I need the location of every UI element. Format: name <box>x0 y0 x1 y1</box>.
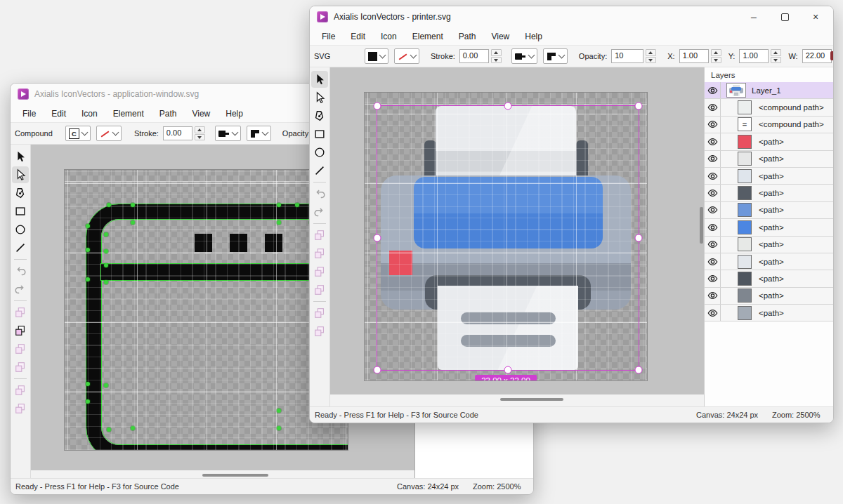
line-tool-icon[interactable] <box>311 162 328 179</box>
horizontal-scrollbar[interactable] <box>330 394 704 406</box>
path-node-handle[interactable] <box>104 263 108 267</box>
spin-down-icon[interactable] <box>771 57 781 64</box>
visibility-eye-icon[interactable] <box>705 223 720 232</box>
rectangle-tool-icon[interactable] <box>311 126 328 142</box>
path-node-handle[interactable] <box>86 277 90 281</box>
compound-op-3-icon[interactable] <box>12 340 29 357</box>
w-spinner[interactable]: 22.00 <box>802 49 834 63</box>
selection-handle[interactable] <box>504 366 512 374</box>
fill-color-dropdown[interactable] <box>365 48 388 64</box>
horizontal-scrollbar[interactable] <box>31 470 414 478</box>
visibility-eye-icon[interactable] <box>705 172 720 180</box>
path-node-handle[interactable] <box>277 203 281 207</box>
pen-tool-icon[interactable] <box>311 107 328 124</box>
layer-row[interactable]: <path> <box>705 270 833 287</box>
menu-item-icon[interactable]: Icon <box>74 107 105 121</box>
selection-tool-icon[interactable] <box>311 71 328 88</box>
path-node-handle[interactable] <box>131 203 135 207</box>
x-spinner[interactable]: 1.00 <box>679 49 721 63</box>
spin-up-icon[interactable] <box>195 126 205 133</box>
layer-row[interactable]: =<compound path> <box>705 117 833 133</box>
visibility-eye-icon[interactable] <box>705 120 720 128</box>
path-node-handle[interactable] <box>277 426 281 430</box>
compound-op-2-icon[interactable] <box>12 322 29 339</box>
visibility-eye-icon[interactable] <box>705 138 720 146</box>
path-node-handle[interactable] <box>104 383 108 387</box>
layer-row[interactable]: <path> <box>705 168 833 185</box>
selection-handle[interactable] <box>374 366 381 374</box>
spin-down-icon[interactable] <box>711 57 721 64</box>
compound-op-3-icon[interactable] <box>311 263 328 280</box>
menu-item-edit[interactable]: Edit <box>44 107 74 121</box>
visibility-eye-icon[interactable] <box>705 206 720 214</box>
layer-row[interactable]: <path> <box>705 237 833 253</box>
visibility-eye-icon[interactable] <box>705 86 720 95</box>
maximize-button[interactable] <box>774 9 795 25</box>
compound-op-1-icon[interactable] <box>12 304 29 321</box>
menu-item-path[interactable]: Path <box>152 107 185 121</box>
opacity-spinner[interactable]: 10 <box>611 49 656 63</box>
y-spinner[interactable]: 1.00 <box>739 49 781 63</box>
spin-down-icon[interactable] <box>491 57 502 64</box>
line-cap-dropdown[interactable] <box>215 126 241 141</box>
layer-row[interactable]: <path> <box>705 202 833 219</box>
menu-item-icon[interactable]: Icon <box>373 29 405 44</box>
corner-join-dropdown[interactable] <box>247 126 271 141</box>
direct-selection-tool-icon[interactable] <box>12 166 29 183</box>
compound-op-4-icon[interactable] <box>12 359 29 376</box>
visibility-eye-icon[interactable] <box>705 189 720 197</box>
app-window-icon-button1[interactable] <box>195 234 212 252</box>
app-window-icon-button3[interactable] <box>265 234 282 252</box>
icon-canvas[interactable] <box>64 169 348 451</box>
selection-rectangle[interactable] <box>377 105 639 371</box>
spin-up-icon[interactable] <box>711 49 721 56</box>
stroke-color-dropdown[interactable] <box>394 48 419 64</box>
layer-row[interactable]: <path> <box>705 185 833 201</box>
visibility-eye-icon[interactable] <box>705 154 720 163</box>
spin-up-icon[interactable] <box>491 49 502 56</box>
redo-icon[interactable] <box>311 204 328 220</box>
line-tool-icon[interactable] <box>12 239 29 256</box>
scrollbar-thumb[interactable] <box>202 474 268 477</box>
selection-handle[interactable] <box>504 102 512 110</box>
selection-handle[interactable] <box>374 234 381 242</box>
compound-type-dropdown[interactable]: C <box>65 126 91 141</box>
path-node-handle[interactable] <box>277 409 281 413</box>
spin-down-icon[interactable] <box>195 134 205 141</box>
layer-row[interactable]: <path> <box>705 305 833 321</box>
layer-row[interactable]: <path> <box>705 253 833 270</box>
compound-op-4-icon[interactable] <box>311 281 328 298</box>
visibility-eye-icon[interactable] <box>705 103 720 112</box>
selection-handle[interactable] <box>374 102 381 110</box>
path-node-handle[interactable] <box>104 249 108 253</box>
visibility-eye-icon[interactable] <box>705 309 720 317</box>
layer-row[interactable]: <path> <box>705 219 833 236</box>
compound-op-5-icon[interactable] <box>12 382 29 399</box>
stroke-width-spinner[interactable]: 0.00 <box>163 126 205 140</box>
menu-item-view[interactable]: View <box>483 29 517 44</box>
spin-down-icon[interactable] <box>646 57 656 64</box>
titlebar[interactable]: Axialis IconVectors - printer.svg – × <box>310 6 833 27</box>
path-node-handle[interactable] <box>107 427 111 432</box>
icon-canvas[interactable]: 22.00 x 22.00 <box>364 92 648 381</box>
stroke-width-spinner[interactable]: 0.00 <box>459 49 502 63</box>
layer-row[interactable]: Layer_1 <box>705 82 833 99</box>
canvas-area[interactable]: 22.00 x 22.00 <box>330 67 704 394</box>
compound-op-2-icon[interactable] <box>311 245 328 262</box>
compound-op-6-icon[interactable] <box>311 323 328 340</box>
compound-op-1-icon[interactable] <box>311 227 328 244</box>
ellipse-tool-icon[interactable] <box>12 221 29 238</box>
compound-op-5-icon[interactable] <box>311 305 328 321</box>
path-node-handle[interactable] <box>277 220 281 225</box>
window-printer-svg[interactable]: Axialis IconVectors - printer.svg – × Fi… <box>309 6 834 423</box>
menu-item-path[interactable]: Path <box>451 29 484 44</box>
direct-selection-tool-icon[interactable] <box>311 89 328 106</box>
selection-handle[interactable] <box>635 234 643 242</box>
menu-item-file[interactable]: File <box>314 29 343 44</box>
menu-item-element[interactable]: Element <box>105 107 152 121</box>
rectangle-tool-icon[interactable] <box>12 203 29 220</box>
layer-row[interactable]: <compound path> <box>705 99 833 116</box>
menu-item-help[interactable]: Help <box>218 107 251 121</box>
menu-item-edit[interactable]: Edit <box>343 29 373 44</box>
path-node-handle[interactable] <box>104 232 108 237</box>
